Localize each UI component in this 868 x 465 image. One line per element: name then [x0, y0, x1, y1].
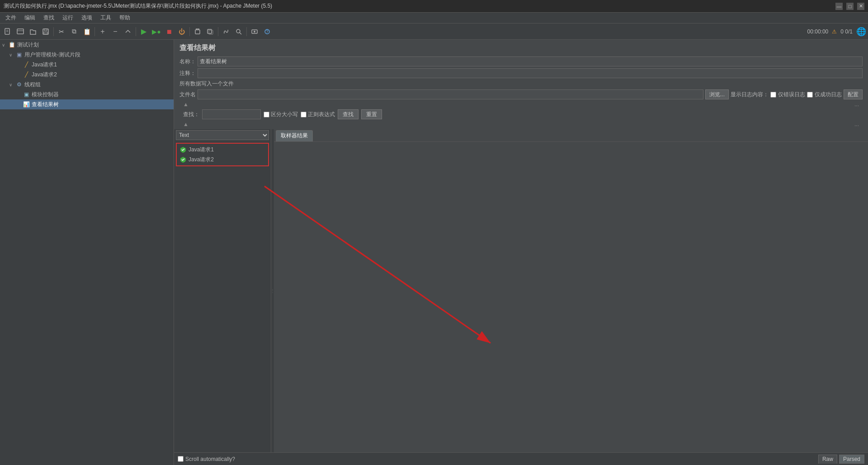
save-button[interactable] [40, 26, 52, 38]
clear-all-button[interactable] [204, 26, 216, 38]
request-label-2: Java请求2 [189, 156, 214, 164]
tree-label-java1: Java请求1 [32, 61, 57, 69]
tree-item-result-tree[interactable]: 📊 查看结果树 [0, 99, 174, 109]
config-button[interactable]: 配置 [844, 89, 863, 99]
main-layout: ∨ 📋 测试计划 ∨ ▣ 用户管理模块-测试片段 ╱ Java请求1 ╱ Jav… [0, 40, 868, 465]
move-up-button[interactable] [122, 26, 134, 38]
detail-content [274, 142, 868, 452]
more-dots-bottom: ... [854, 121, 859, 127]
success-log-checkbox[interactable] [807, 92, 813, 98]
menu-edit[interactable]: 编辑 [21, 13, 39, 23]
success-log-label: 仅成功日志 [815, 91, 842, 99]
clear-button[interactable] [192, 26, 203, 38]
error-log-label: 仅错误日志 [778, 91, 805, 99]
shutdown-button[interactable]: ⏻ [176, 26, 188, 38]
minimize-button[interactable]: — [835, 3, 843, 10]
run-button[interactable]: ▶ [138, 26, 150, 38]
search-input[interactable] [202, 109, 261, 119]
remove-button[interactable]: − [109, 26, 121, 38]
svg-line-16 [240, 33, 241, 34]
comment-label: 注释： [179, 70, 196, 77]
menu-run[interactable]: 运行 [59, 13, 77, 23]
file-input[interactable] [198, 89, 703, 99]
scroll-auto-checkbox[interactable] [178, 456, 184, 462]
panel-header: 查看结果树 名称： 注释： 所有数据写入一个文件 文件名 浏览... 显示日志内… [174, 40, 868, 129]
svg-rect-3 [17, 29, 24, 34]
result-icon: 📊 [23, 101, 30, 108]
format-dropdown[interactable]: Text RegExp Tester CSS/JQuery Tester XPa… [176, 130, 269, 140]
shield-icon-2 [179, 156, 187, 163]
title-bar: 测试片段如何执行.jmx (D:\apache-jmeter-5.5\JMete… [0, 0, 868, 13]
toolbar-right: 00:00:00 ⚠ 0 0/1 🌐 [807, 27, 866, 37]
request-item-2[interactable]: Java请求2 [178, 155, 267, 164]
toggle-plan[interactable]: ∨ [2, 42, 7, 47]
request-label-1: Java请求1 [189, 146, 214, 154]
list-pane: Text RegExp Tester CSS/JQuery Tester XPa… [174, 129, 271, 452]
regex-label: 正则表达式 [308, 111, 335, 118]
name-label: 名称： [179, 58, 196, 66]
panel-title: 查看结果树 [179, 43, 863, 53]
tree-item-module-controller[interactable]: ▣ 模块控制器 [0, 89, 174, 99]
tree-item-plan[interactable]: ∨ 📋 测试计划 [0, 40, 174, 50]
menu-search[interactable]: 查找 [40, 13, 58, 23]
function-helper-button[interactable] [220, 26, 232, 38]
warning-count: 0 0/1 [840, 28, 853, 35]
tab-parsed[interactable]: Parsed [839, 455, 864, 464]
case-sensitive-checkbox[interactable] [264, 112, 269, 117]
stop-button[interactable]: ⏹ [163, 26, 175, 38]
reset-button[interactable]: 重置 [361, 109, 382, 119]
name-input[interactable] [198, 56, 863, 66]
browse-button[interactable]: 浏览... [705, 89, 729, 99]
copy-button[interactable]: ⧉ [68, 26, 80, 38]
comment-input[interactable] [198, 68, 863, 78]
find-button[interactable]: 查找 [338, 109, 359, 119]
user-group-icon: ▣ [15, 51, 23, 58]
close-button[interactable]: ✕ [857, 3, 864, 10]
svg-point-15 [236, 29, 240, 33]
bottom-left: Scroll automatically? [178, 456, 235, 462]
module-icon: ▣ [23, 91, 30, 98]
section-arrow-bottom[interactable]: ▲ ... [179, 121, 863, 127]
menu-options[interactable]: 选项 [78, 13, 96, 23]
more-dots-top: ... [854, 101, 859, 108]
toggle-thread-group[interactable]: ∨ [9, 82, 14, 87]
title-text: 测试片段如何执行.jmx (D:\apache-jmeter-5.5\JMete… [4, 2, 272, 10]
options-button[interactable]: ? [261, 26, 273, 38]
detail-pane: 取样器结果 [274, 129, 868, 452]
paste-button[interactable]: 📋 [81, 26, 93, 38]
tree-item-user-group[interactable]: ∨ ▣ 用户管理模块-测试片段 [0, 50, 174, 60]
restore-button[interactable]: □ [846, 3, 854, 10]
tree-item-java2[interactable]: ╱ Java请求2 [0, 70, 174, 80]
menu-help[interactable]: 帮助 [116, 13, 134, 23]
add-button[interactable]: + [97, 26, 108, 38]
search-button[interactable] [233, 26, 245, 38]
tab-sampler-result[interactable]: 取样器结果 [276, 130, 313, 141]
menu-tools[interactable]: 工具 [97, 13, 115, 23]
list-pane-header: Text RegExp Tester CSS/JQuery Tester XPa… [174, 129, 271, 141]
error-log-checkbox[interactable] [770, 92, 776, 98]
tab-raw[interactable]: Raw [818, 455, 837, 464]
scroll-auto-group: Scroll automatically? [178, 456, 235, 462]
run-thread-button[interactable]: ▶● [151, 26, 162, 38]
bottom-tabs: Raw Parsed [818, 455, 864, 464]
name-row: 名称： [179, 56, 863, 66]
thread-group-icon: ⚙ [15, 81, 23, 88]
svg-point-18 [254, 31, 255, 33]
open-button[interactable] [27, 26, 39, 38]
remote-start-button[interactable] [249, 26, 260, 38]
toggle-user-group[interactable]: ∨ [9, 52, 14, 57]
menu-bar: 文件 编辑 查找 运行 选项 工具 帮助 [0, 13, 868, 23]
new-button[interactable] [2, 26, 14, 38]
request-item-1[interactable]: Java请求1 [178, 145, 267, 155]
section-arrow-top[interactable]: ▲ ... [179, 101, 863, 108]
templates-button[interactable] [14, 26, 26, 38]
comment-row: 注释： [179, 68, 863, 78]
menu-file[interactable]: 文件 [2, 13, 20, 23]
request-list-box: Java请求1 Java请求2 [176, 143, 269, 166]
globe-icon[interactable]: 🌐 [856, 27, 866, 37]
tree-item-java1[interactable]: ╱ Java请求1 [0, 60, 174, 70]
cut-button[interactable]: ✂ [56, 26, 67, 38]
regex-checkbox[interactable] [301, 112, 307, 117]
tree-item-thread-group[interactable]: ∨ ⚙ 线程组 [0, 80, 174, 89]
regex-group: 正则表达式 [301, 111, 335, 118]
